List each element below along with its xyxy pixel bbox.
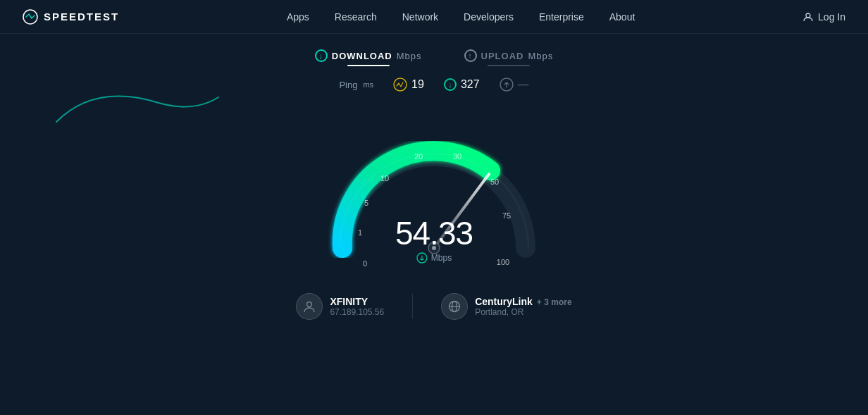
download-tab-label: ↓ DOWNLOAD Mbps — [315, 49, 422, 62]
login-button[interactable]: Log In — [802, 11, 845, 23]
download-icon: ↓ — [315, 49, 328, 62]
server-location: Portland, OR — [475, 307, 571, 317]
logo[interactable]: SPEEDTEST — [23, 9, 119, 25]
nav-apps[interactable]: Apps — [287, 11, 309, 23]
download-underline — [347, 65, 390, 66]
svg-text:100: 100 — [497, 258, 509, 266]
header: SPEEDTEST Apps Research Network Develope… — [0, 0, 868, 34]
upload-tab[interactable]: ↑ UPLOAD Mbps — [464, 49, 554, 66]
logo-icon — [23, 9, 38, 25]
jitter-icon — [393, 78, 407, 92]
download-stat-value: 327 — [461, 78, 480, 91]
ping-row: Ping ms 19 ↓ 327 — — [339, 78, 528, 92]
nav-enterprise[interactable]: Enterprise — [539, 11, 584, 23]
download-stat: ↓ 327 — [444, 78, 480, 91]
person-icon — [303, 300, 316, 313]
login-label: Log In — [818, 11, 845, 23]
nav-research[interactable]: Research — [335, 11, 377, 23]
svg-text:1: 1 — [358, 228, 362, 237]
upload-icon: ↑ — [464, 49, 477, 62]
isp-name: XFINITY — [330, 296, 384, 307]
upload-stat: — — [500, 78, 529, 92]
main-nav: Apps Research Network Developers Enterpr… — [287, 11, 635, 23]
svg-text:20: 20 — [414, 152, 423, 161]
logo-text: SPEEDTEST — [44, 11, 119, 23]
speed-unit-icon — [416, 252, 428, 264]
upload-label: UPLOAD — [481, 51, 524, 61]
nav-network[interactable]: Network — [402, 11, 438, 23]
ping-unit: ms — [363, 80, 373, 89]
user-icon — [802, 11, 814, 23]
gauge-svg: 0 1 5 10 20 30 50 75 100 — [321, 100, 547, 297]
main-content: ↓ DOWNLOAD Mbps ↑ UPLOAD Mbps Ping ms — [0, 34, 868, 320]
svg-point-1 — [806, 13, 810, 18]
speed-tabs: ↓ DOWNLOAD Mbps ↑ UPLOAD Mbps — [315, 49, 553, 66]
server-info: CenturyLink+ 3 more Portland, OR — [475, 296, 571, 317]
svg-text:5: 5 — [364, 199, 368, 207]
speed-unit: Mbps — [431, 253, 452, 263]
nav-developers[interactable]: Developers — [464, 11, 514, 23]
svg-point-17 — [307, 302, 312, 307]
dl-stat-icon: ↓ — [444, 78, 457, 91]
download-unit: Mbps — [397, 51, 422, 61]
download-label: DOWNLOAD — [332, 51, 392, 61]
svg-text:0: 0 — [363, 259, 367, 268]
speed-unit-row: Mbps — [395, 252, 473, 264]
globe-icon — [448, 300, 461, 313]
svg-text:10: 10 — [380, 174, 389, 182]
ping-value: 19 — [411, 78, 424, 91]
upload-unit: Mbps — [528, 51, 553, 61]
ping-stat: Ping ms — [339, 80, 373, 90]
speed-display: 54.33 Mbps — [395, 217, 473, 264]
ping-label: Ping — [339, 80, 357, 90]
server-name: CenturyLink+ 3 more — [475, 296, 571, 307]
upload-underline — [488, 65, 530, 66]
isp-ip: 67.189.105.56 — [330, 307, 384, 317]
upload-tab-label: ↑ UPLOAD Mbps — [464, 49, 554, 62]
gauge-container: 0 1 5 10 20 30 50 75 100 54.33 — [321, 100, 547, 283]
svg-text:50: 50 — [490, 178, 499, 186]
download-tab[interactable]: ↓ DOWNLOAD Mbps — [315, 49, 422, 66]
svg-point-2 — [394, 78, 407, 91]
upload-stat-value: — — [518, 78, 529, 91]
isp-divider — [412, 294, 413, 319]
isp-info: XFINITY 67.189.105.56 — [330, 296, 384, 317]
isp-avatar — [296, 293, 323, 320]
speed-value: 54.33 — [395, 217, 473, 249]
svg-text:75: 75 — [502, 211, 511, 220]
svg-text:30: 30 — [453, 152, 461, 161]
upload-stat-icon — [500, 78, 514, 92]
nav-about[interactable]: About — [609, 11, 636, 23]
jitter-stat: 19 — [393, 78, 424, 92]
